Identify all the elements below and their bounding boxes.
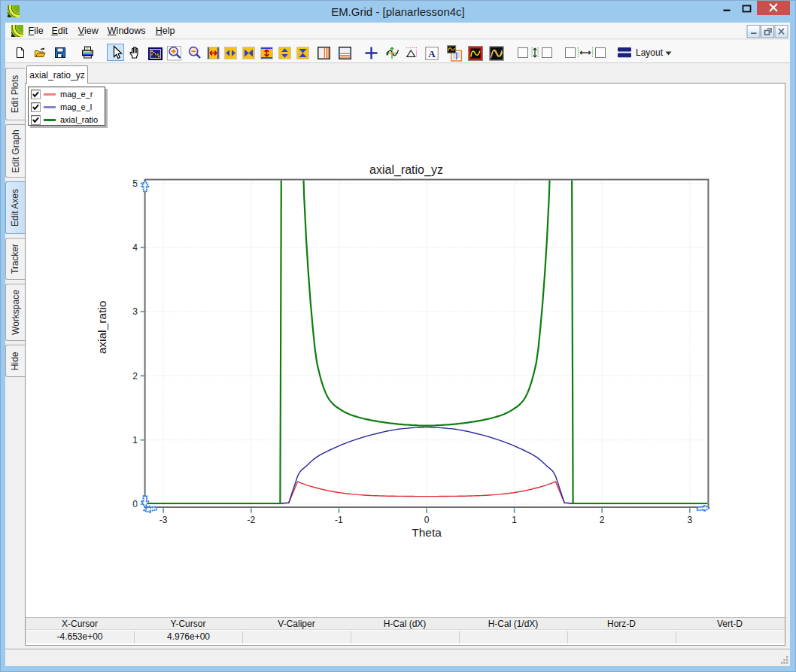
svg-text:Theta: Theta (412, 526, 442, 539)
svg-text:3: 3 (687, 515, 692, 525)
svg-text:2: 2 (600, 515, 605, 525)
svg-text:3: 3 (132, 306, 138, 317)
svg-text:-1: -1 (335, 515, 343, 525)
svg-text:4: 4 (132, 242, 138, 253)
svg-text:-2: -2 (247, 515, 255, 525)
svg-text:1: 1 (132, 435, 138, 445)
svg-text:A: A (428, 47, 436, 59)
svg-text:axial_ratio_yz: axial_ratio_yz (369, 163, 443, 177)
svg-text:0: 0 (424, 515, 430, 525)
svg-text:axial_ratio: axial_ratio (96, 301, 108, 354)
svg-text:1: 1 (512, 515, 517, 525)
svg-text:-3: -3 (160, 515, 168, 525)
svg-text:2: 2 (132, 371, 138, 382)
